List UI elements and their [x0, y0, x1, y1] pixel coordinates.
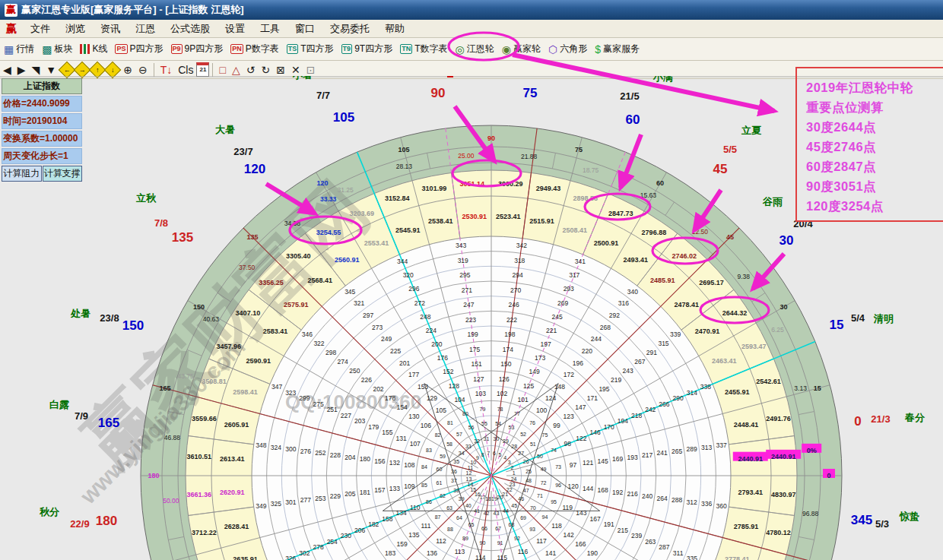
svg-text:248: 248 — [420, 313, 430, 321]
svg-text:175: 175 — [469, 346, 480, 353]
toolbar-button-K线[interactable]: K线 — [76, 38, 111, 60]
toolbar-button-P四方形[interactable]: PSP四方形 — [111, 38, 167, 60]
svg-text:7/7: 7/7 — [316, 90, 330, 101]
toolbar-label: 板块 — [54, 43, 72, 55]
svg-text:325: 325 — [271, 500, 281, 508]
toolbar-button-板块[interactable]: ▩板块 — [38, 38, 76, 60]
svg-text:12: 12 — [466, 470, 472, 476]
svg-text:2575.91: 2575.91 — [284, 301, 309, 308]
svg-text:3305.40: 3305.40 — [286, 252, 311, 260]
svg-text:49: 49 — [541, 467, 547, 472]
svg-text:121: 121 — [583, 459, 593, 467]
svg-text:25.00: 25.00 — [458, 152, 475, 160]
calendar-tool-icon[interactable]: 21 — [196, 62, 209, 77]
svg-text:128: 128 — [449, 382, 459, 390]
svg-text:75: 75 — [575, 146, 583, 153]
toolbar-button-江恩轮[interactable]: ◎江恩轮 — [451, 38, 497, 60]
menu-item-5[interactable]: 设置 — [217, 21, 252, 36]
svg-text:181: 181 — [360, 489, 370, 496]
svg-text:271: 271 — [462, 286, 472, 294]
svg-text:2478.41: 2478.41 — [674, 301, 699, 308]
svg-text:85: 85 — [421, 482, 427, 488]
svg-text:86: 86 — [426, 499, 432, 505]
svg-text:2628.41: 2628.41 — [224, 523, 249, 530]
calc-button-1[interactable]: 计算支撑 — [43, 166, 83, 182]
svg-text:2793.41: 2793.41 — [738, 489, 763, 496]
svg-text:7/9: 7/9 — [75, 410, 88, 422]
svg-text:167: 167 — [589, 515, 600, 523]
menu-item-9[interactable]: 帮助 — [377, 21, 412, 36]
svg-text:79: 79 — [480, 407, 486, 412]
svg-text:102: 102 — [497, 390, 507, 397]
svg-text:2491.76: 2491.76 — [766, 415, 791, 422]
toolbar-button-9P四方形[interactable]: P99P四方形 — [167, 38, 227, 60]
svg-text:176: 176 — [437, 354, 448, 362]
svg-text:92: 92 — [514, 536, 520, 541]
svg-text:75: 75 — [542, 432, 548, 438]
svg-text:267: 267 — [634, 358, 645, 365]
svg-text:156: 156 — [374, 457, 385, 465]
svg-text:201: 201 — [399, 359, 410, 367]
menu-item-2[interactable]: 资讯 — [93, 21, 128, 36]
info-field-2: 变换系数=1.00000 — [2, 131, 82, 147]
menu-item-1[interactable]: 浏览 — [58, 21, 93, 36]
svg-text:134: 134 — [395, 509, 406, 517]
calc-button-0[interactable]: 计算阻力 — [2, 166, 42, 182]
svg-text:46.88: 46.88 — [164, 434, 181, 441]
menu-item-8[interactable]: 交易委托 — [322, 21, 377, 36]
svg-text:90: 90 — [431, 86, 446, 100]
svg-text:219: 219 — [611, 376, 621, 384]
svg-text:120: 120 — [244, 162, 265, 176]
toolbar-label: 江恩轮 — [467, 43, 494, 55]
toolbar-label: 9P四方形 — [185, 43, 224, 55]
svg-text:277: 277 — [300, 496, 311, 504]
toolbar-button-P数字表[interactable]: PNP数字表 — [227, 38, 283, 60]
svg-text:2898.58: 2898.58 — [573, 195, 598, 202]
toolbar-button-赢家轮[interactable]: ◉赢家轮 — [498, 38, 545, 60]
menu-item-4[interactable]: 公式选股 — [163, 21, 217, 36]
svg-text:197: 197 — [541, 340, 551, 348]
svg-text:114: 114 — [475, 554, 486, 560]
svg-text:7/8: 7/8 — [154, 217, 168, 229]
svg-text:61: 61 — [437, 480, 443, 486]
svg-text:54: 54 — [495, 421, 501, 426]
svg-text:202: 202 — [373, 385, 383, 393]
svg-text:4830.97: 4830.97 — [771, 491, 796, 498]
svg-text:0: 0 — [854, 414, 861, 429]
toolbar-button-六角形[interactable]: ⬡六角形 — [545, 38, 591, 60]
menu-item-0[interactable]: 文件 — [23, 21, 58, 36]
svg-text:3101.99: 3101.99 — [422, 185, 447, 192]
annotation-line-6: 120度3254点 — [806, 196, 943, 216]
svg-text:47: 47 — [523, 488, 529, 493]
svg-text:179: 179 — [368, 423, 379, 431]
svg-text:182: 182 — [368, 520, 379, 528]
menu-item-7[interactable]: 窗口 — [287, 21, 322, 36]
江恩轮-icon: ◎ — [455, 44, 464, 55]
svg-text:165: 165 — [98, 416, 119, 430]
svg-text:278: 278 — [313, 543, 323, 551]
toolbar-label: 赢家服务 — [603, 43, 640, 55]
svg-text:165: 165 — [160, 384, 171, 392]
svg-text:59: 59 — [440, 454, 446, 459]
toolbar-button-T四方形[interactable]: TST四方形 — [283, 38, 338, 60]
svg-text:66: 66 — [481, 526, 487, 531]
svg-text:2746.02: 2746.02 — [672, 252, 697, 260]
svg-text:48: 48 — [525, 478, 532, 483]
svg-text:345: 345 — [851, 513, 872, 527]
svg-text:52: 52 — [520, 432, 526, 437]
svg-text:0%: 0% — [807, 447, 817, 454]
menu-item-6[interactable]: 工具 — [252, 21, 287, 36]
toolbar-button-行情[interactable]: ▦行情 — [0, 38, 38, 60]
svg-text:春分: 春分 — [904, 412, 926, 423]
svg-text:88: 88 — [447, 527, 453, 532]
menu-item-3[interactable]: 江恩 — [128, 21, 163, 36]
toolbar-button-T数字表[interactable]: TNT数字表 — [396, 38, 451, 60]
svg-text:2515.91: 2515.91 — [529, 217, 554, 225]
toolbar-button-9T四方形[interactable]: T99T四方形 — [338, 38, 397, 60]
svg-text:249: 249 — [381, 335, 392, 343]
svg-text:36: 36 — [451, 469, 457, 474]
toolbar-button-赢家服务[interactable]: $赢家服务 — [591, 38, 643, 60]
svg-text:2605.91: 2605.91 — [224, 421, 249, 429]
svg-text:40.63: 40.63 — [203, 315, 220, 323]
svg-text:312: 312 — [686, 498, 697, 506]
